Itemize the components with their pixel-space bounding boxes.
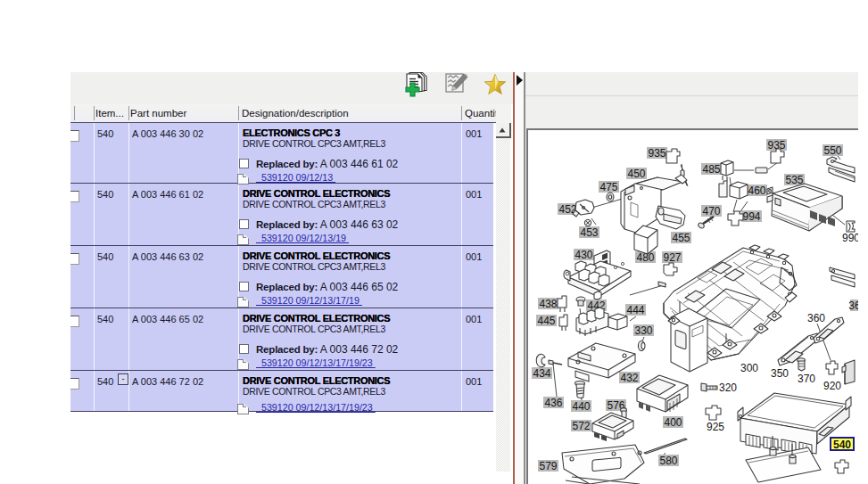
svg-text:440: 440	[572, 400, 590, 413]
svg-text:994: 994	[742, 210, 760, 223]
svg-text:438: 438	[539, 298, 557, 310]
svg-text:445: 445	[537, 315, 555, 327]
svg-text:540: 540	[833, 439, 851, 451]
svg-text:475: 475	[599, 181, 617, 193]
svg-text:550: 550	[823, 144, 841, 157]
svg-text:920: 920	[823, 380, 841, 392]
svg-text:430: 430	[575, 249, 592, 261]
svg-text:579: 579	[539, 460, 557, 472]
svg-text:370: 370	[798, 373, 815, 385]
svg-text:460: 460	[748, 185, 765, 197]
svg-text:444: 444	[626, 304, 644, 316]
svg-text:400: 400	[664, 416, 682, 429]
svg-text:580: 580	[659, 455, 677, 467]
svg-text:320: 320	[719, 381, 737, 394]
svg-text:300: 300	[740, 362, 758, 374]
svg-text:36: 36	[848, 299, 858, 312]
svg-text:535: 535	[785, 174, 803, 186]
svg-text:360: 360	[807, 312, 825, 324]
svg-text:450: 450	[627, 168, 645, 180]
svg-text:927: 927	[663, 251, 681, 264]
svg-text:453: 453	[580, 226, 598, 239]
svg-text:935: 935	[648, 147, 665, 160]
svg-text:436: 436	[544, 397, 562, 409]
svg-text:990: 990	[842, 232, 858, 244]
svg-text:330: 330	[634, 324, 652, 337]
svg-text:455: 455	[672, 232, 690, 244]
svg-text:350: 350	[771, 367, 789, 380]
svg-text:432: 432	[620, 372, 638, 384]
svg-text:572: 572	[572, 420, 590, 432]
svg-text:925: 925	[707, 421, 724, 433]
svg-text:470: 470	[702, 205, 720, 217]
svg-text:485: 485	[702, 163, 720, 176]
svg-text:434: 434	[533, 367, 550, 380]
